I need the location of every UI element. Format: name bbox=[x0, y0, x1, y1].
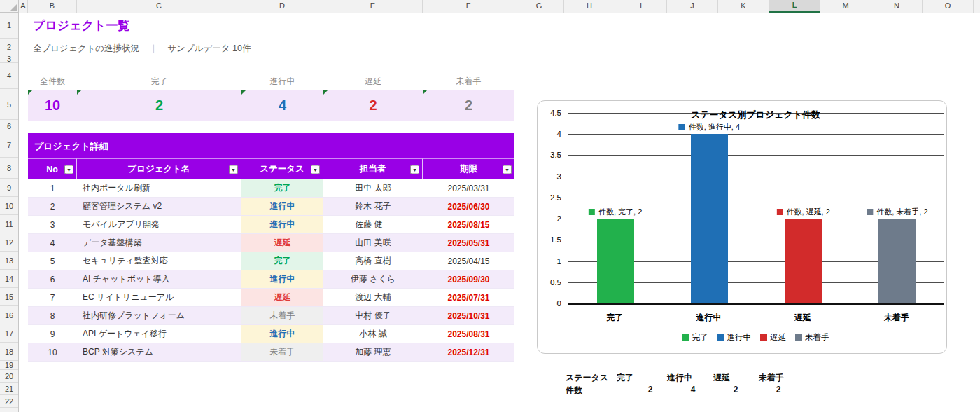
row-header-5[interactable]: 5 bbox=[0, 89, 18, 120]
kpi-cell-5[interactable]: 2 bbox=[423, 90, 514, 121]
cell-no[interactable]: 2 bbox=[28, 198, 77, 216]
cell-no[interactable]: 6 bbox=[28, 270, 77, 289]
column-header-F[interactable]: F bbox=[423, 0, 514, 13]
cell-deadline[interactable]: 2025/07/31 bbox=[423, 289, 514, 307]
table-column-header-5[interactable]: 期限▼ bbox=[423, 158, 514, 179]
row-header-22[interactable]: 22 bbox=[0, 395, 18, 408]
table-row[interactable]: 2顧客管理システム v2進行中鈴木 花子2025/06/30 bbox=[28, 198, 514, 216]
cell-no[interactable]: 7 bbox=[28, 289, 77, 307]
row-header-14[interactable]: 14 bbox=[0, 270, 18, 288]
summary-count-cell[interactable]: 2 bbox=[776, 385, 781, 394]
cell-no[interactable]: 1 bbox=[28, 179, 77, 198]
cell-owner[interactable]: 鈴木 花子 bbox=[323, 198, 423, 216]
cell-no[interactable]: 9 bbox=[28, 325, 77, 343]
row-header-10[interactable]: 10 bbox=[0, 197, 18, 215]
row-header-15[interactable]: 15 bbox=[0, 288, 18, 306]
cell-owner[interactable]: 渡辺 大輔 bbox=[323, 289, 423, 307]
row-header-17[interactable]: 17 bbox=[0, 324, 18, 343]
row-header-6[interactable]: 6 bbox=[0, 120, 18, 132]
chart-bar-未着手[interactable] bbox=[878, 219, 916, 303]
row-header-19[interactable]: 19 bbox=[0, 361, 18, 370]
table-row[interactable]: 6AI チャットボット導入進行中伊藤 さくら2025/09/30 bbox=[28, 270, 514, 289]
summary-status-cell[interactable]: 完了 bbox=[617, 372, 634, 384]
filter-dropdown-icon[interactable]: ▼ bbox=[311, 165, 320, 174]
kpi-cell-3[interactable]: 4 bbox=[241, 90, 323, 121]
row-header-21[interactable]: 21 bbox=[0, 383, 18, 395]
filter-dropdown-icon[interactable]: ▼ bbox=[229, 165, 238, 174]
row-header-18[interactable]: 18 bbox=[0, 343, 18, 361]
table-row[interactable]: 5セキュリティ監査対応完了高橋 直樹2025/04/15 bbox=[28, 252, 514, 270]
cell-owner[interactable]: 加藤 理恵 bbox=[323, 343, 423, 362]
table-column-header-1[interactable]: No▼ bbox=[28, 158, 77, 179]
row-header-9[interactable]: 9 bbox=[0, 179, 18, 197]
row-header-2[interactable]: 2 bbox=[0, 39, 18, 55]
cell-status[interactable]: 進行中 bbox=[241, 216, 323, 234]
table-column-header-3[interactable]: ステータス▼ bbox=[241, 158, 323, 179]
column-header-B[interactable]: B bbox=[28, 0, 77, 13]
cell-status[interactable]: 進行中 bbox=[241, 270, 323, 289]
cell-status[interactable]: 進行中 bbox=[241, 325, 323, 343]
cell-project-name[interactable]: API ゲートウェイ移行 bbox=[77, 325, 241, 343]
row-header-12[interactable]: 12 bbox=[0, 233, 18, 252]
summary-status-cell[interactable]: 未着手 bbox=[759, 372, 784, 384]
cell-owner[interactable]: 山田 美咲 bbox=[323, 234, 423, 252]
cell-deadline[interactable]: 2025/06/30 bbox=[423, 198, 514, 216]
row-header-13[interactable]: 13 bbox=[0, 252, 18, 270]
summary-status-cell[interactable]: 進行中 bbox=[667, 372, 692, 384]
cell-status[interactable]: 完了 bbox=[241, 252, 323, 270]
summary-count-cell[interactable]: 2 bbox=[648, 385, 653, 394]
cell-status[interactable]: 完了 bbox=[241, 179, 323, 198]
table-column-header-2[interactable]: プロジェクト名▼ bbox=[77, 158, 241, 179]
table-row[interactable]: 8社内研修プラットフォーム未着手中村 優子2025/10/31 bbox=[28, 307, 514, 325]
kpi-cell-4[interactable]: 2 bbox=[323, 90, 423, 121]
summary-status-cell[interactable]: 遅延 bbox=[713, 372, 730, 384]
table-row[interactable]: 9API ゲートウェイ移行進行中小林 誠2025/08/31 bbox=[28, 325, 514, 343]
column-header-L[interactable]: L bbox=[769, 0, 820, 13]
cell-deadline[interactable]: 2025/04/15 bbox=[423, 252, 514, 270]
cell-deadline[interactable]: 2025/08/15 bbox=[423, 216, 514, 234]
cell-deadline[interactable]: 2025/03/31 bbox=[423, 179, 514, 198]
cell-deadline[interactable]: 2025/08/31 bbox=[423, 325, 514, 343]
row-header-11[interactable]: 11 bbox=[0, 215, 18, 233]
cell-owner[interactable]: 田中 太郎 bbox=[323, 179, 423, 198]
filter-dropdown-icon[interactable]: ▼ bbox=[503, 165, 512, 174]
cell-status[interactable]: 進行中 bbox=[241, 198, 323, 216]
summary-count-cell[interactable]: 4 bbox=[691, 385, 696, 394]
cell-deadline[interactable]: 2025/09/30 bbox=[423, 270, 514, 289]
table-row[interactable]: 3モバイルアプリ開発進行中佐藤 健一2025/08/15 bbox=[28, 216, 514, 234]
cell-project-name[interactable]: セキュリティ監査対応 bbox=[77, 252, 241, 270]
cell-project-name[interactable]: データ基盤構築 bbox=[77, 234, 241, 252]
column-header-H[interactable]: H bbox=[564, 0, 615, 13]
row-header-3[interactable]: 3 bbox=[0, 55, 18, 63]
cell-status[interactable]: 遅延 bbox=[241, 289, 323, 307]
table-column-header-4[interactable]: 担当者▼ bbox=[323, 158, 423, 179]
chart-bar-進行中[interactable] bbox=[691, 134, 728, 303]
row-header-1[interactable]: 1 bbox=[0, 13, 18, 39]
cell-no[interactable]: 10 bbox=[28, 343, 77, 362]
cell-owner[interactable]: 高橋 直樹 bbox=[323, 252, 423, 270]
filter-dropdown-icon[interactable]: ▼ bbox=[410, 165, 419, 174]
cell-status[interactable]: 遅延 bbox=[241, 234, 323, 252]
table-row[interactable]: 7EC サイトリニューアル遅延渡辺 大輔2025/07/31 bbox=[28, 289, 514, 307]
chart-bar-完了[interactable] bbox=[597, 219, 634, 303]
table-row[interactable]: 4データ基盤構築遅延山田 美咲2025/05/31 bbox=[28, 234, 514, 252]
column-header-A[interactable]: A bbox=[19, 0, 28, 13]
column-header-G[interactable]: G bbox=[514, 0, 564, 13]
column-header-M[interactable]: M bbox=[820, 0, 872, 13]
chart-bar-遅延[interactable] bbox=[785, 219, 822, 303]
cell-project-name[interactable]: 社内研修プラットフォーム bbox=[77, 307, 241, 325]
select-all-corner[interactable] bbox=[0, 0, 19, 13]
cell-deadline[interactable]: 2025/10/31 bbox=[423, 307, 514, 325]
column-header-E[interactable]: E bbox=[323, 0, 423, 13]
cell-project-name[interactable]: 社内ポータル刷新 bbox=[77, 179, 241, 198]
cell-project-name[interactable]: BCP 対策システム bbox=[77, 343, 241, 362]
row-header-7[interactable]: 7 bbox=[0, 132, 18, 158]
summary-status-cell[interactable]: ステータス bbox=[566, 372, 608, 384]
cell-owner[interactable]: 小林 誠 bbox=[323, 325, 423, 343]
column-header-N[interactable]: N bbox=[872, 0, 923, 13]
column-header-J[interactable]: J bbox=[667, 0, 718, 13]
cell-no[interactable]: 8 bbox=[28, 307, 77, 325]
kpi-cell-2[interactable]: 2 bbox=[77, 90, 241, 121]
cell-owner[interactable]: 中村 優子 bbox=[323, 307, 423, 325]
table-row[interactable]: 10BCP 対策システム未着手加藤 理恵2025/12/31 bbox=[28, 343, 514, 362]
